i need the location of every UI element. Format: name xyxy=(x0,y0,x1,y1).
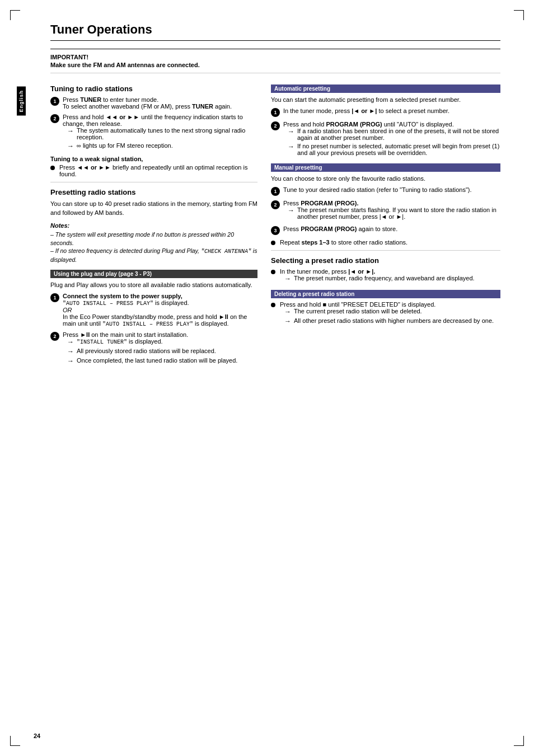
corner-mark-bl xyxy=(10,736,20,746)
notes-section: Notes: – The system will exit presetting… xyxy=(50,222,257,264)
tuning-step-1-content: Press TUNER to enter tuner mode. To sele… xyxy=(63,96,257,110)
auto-presetting-title-text: Automatic presetting xyxy=(274,86,330,92)
plug-play-title-text: Using the plug and play (page 3 - P3) xyxy=(54,271,152,277)
important-title: IMPORTANT! xyxy=(50,54,500,60)
install-tuner-text: "INSTALL TUNER" is displayed. xyxy=(77,338,257,345)
page-title: Tuner Operations xyxy=(50,22,500,41)
prog-bold-manual-3: PROGRAM (PROG) xyxy=(301,226,357,232)
arrow-text-2: ∞ lights up for FM stereo reception. xyxy=(77,142,257,149)
arrow-auto-tune: → The system automatically tunes to the … xyxy=(63,127,257,140)
plug-play-step-1: 1 Connect the system to the power supply… xyxy=(50,293,257,327)
page-number: 24 xyxy=(34,732,40,739)
weak-signal-bullet: Press ◄◄ or ►► briefly and repeatedly un… xyxy=(50,164,257,177)
corner-mark-br xyxy=(514,736,524,746)
selecting-content-1: In the tuner mode, press |◄ or ►|. → The… xyxy=(280,268,500,284)
tuning-step-2-content: Press and hold ◄◄ or ►► until the freque… xyxy=(63,114,257,152)
manual-step-2: 2 Press PROGRAM (PROG). → The preset num… xyxy=(271,200,500,222)
note-2: – If no stereo frequency is detected dur… xyxy=(50,247,257,264)
delete-arrow-text-2: All other preset radio stations with hig… xyxy=(294,317,500,324)
auto-presetting-intro: You can start the automatic presetting f… xyxy=(271,96,500,105)
or-text: OR xyxy=(63,307,72,313)
manual-arrow-sym-1: → xyxy=(288,206,294,214)
manual-step-3: 3 Press PROGRAM (PROG) again to store. xyxy=(271,226,500,235)
selecting-dot-1 xyxy=(271,270,275,274)
tuning-step-2: 2 Press and hold ◄◄ or ►► until the freq… xyxy=(50,114,257,152)
tuner-bold: TUNER xyxy=(80,96,101,103)
manual-arrow-1: → The preset number starts flashing. If … xyxy=(283,206,500,220)
play-bold-2: ►II xyxy=(80,331,90,338)
prog-bold-manual: PROGRAM (PROG). xyxy=(301,200,358,206)
steps-bold: steps 1–3 xyxy=(302,239,330,246)
manual-step-1: 1 Tune to your desired radio station (re… xyxy=(271,186,500,196)
once-completed-text: Once completed, the last tuned radio sta… xyxy=(77,357,257,364)
delete-arrow-1: → The current preset radio station will … xyxy=(280,308,500,316)
skip-bold-weak: ◄◄ or ►► xyxy=(77,164,111,171)
plug-play-step-2: 2 Press ►II on the main unit to start in… xyxy=(50,331,257,367)
presetting-intro: You can store up to 40 preset radio stat… xyxy=(50,200,257,218)
auto-install-text-1: "AUTO INSTALL – PRESS PLAY" xyxy=(63,300,153,307)
language-tab: English xyxy=(17,87,26,116)
auto-step-num-1: 1 xyxy=(271,108,280,117)
weak-signal-section: Tuning to a weak signal station, Press ◄… xyxy=(50,156,257,177)
manual-repeat-bullet: Repeat steps 1–3 to store other radio st… xyxy=(271,239,500,246)
manual-step-2-content: Press PROGRAM (PROG). → The preset numbe… xyxy=(283,200,500,222)
plug-play-intro: Plug and Play allows you to store all av… xyxy=(50,281,257,290)
arrow-sym-completed: → xyxy=(67,357,74,365)
plug-play-step-1-content: Connect the system to the power supply, … xyxy=(63,293,257,327)
auto-arrow-1: → If a radio station has been stored in … xyxy=(283,128,500,141)
deleting-title-text: Deleting a preset radio station xyxy=(274,291,354,297)
deleting-bullet-1: Press and hold ■ until "PRESET DELETED" … xyxy=(271,301,500,327)
auto-arrow-2: → If no preset number is selected, autom… xyxy=(283,143,500,156)
play-bold: ►II xyxy=(219,313,228,320)
skip-bold: ◄◄ or ►► xyxy=(105,114,139,120)
auto-step-num-2: 2 xyxy=(271,121,280,130)
manual-presetting-box-title: Manual presetting xyxy=(271,163,500,172)
manual-step-num-2: 2 xyxy=(271,200,280,209)
presetting-section-title: Presetting radio stations xyxy=(50,188,257,196)
skip-bold-auto1: |◄ or ►| xyxy=(352,107,377,114)
arrow-sym-stations: → xyxy=(67,348,74,355)
right-column: Automatic presetting You can start the a… xyxy=(271,79,500,370)
weak-signal-dot xyxy=(50,166,55,170)
manual-repeat-text: Repeat steps 1–3 to store other radio st… xyxy=(280,239,500,246)
auto-step-1: 1 In the tuner mode, press |◄ or ►| to s… xyxy=(271,107,500,117)
plug-play-step-num-2: 2 xyxy=(50,332,59,341)
prog-bold-auto: PROGRAM (PROG) xyxy=(326,121,382,128)
selecting-section-title: Selecting a preset radio station xyxy=(271,256,500,265)
important-box: IMPORTANT! Make sure the FM and AM anten… xyxy=(50,49,500,73)
stop-bold: ■ xyxy=(322,301,326,308)
auto-arrow-text-1: If a radio station has been stored in on… xyxy=(297,128,500,141)
arrow-text-1: The system automatically tunes to the ne… xyxy=(77,127,257,140)
manual-presetting-intro: You can choose to store only the favouri… xyxy=(271,175,500,184)
arrow-sym-install: → xyxy=(67,338,74,346)
arrow-symbol-1: → xyxy=(67,127,74,135)
delete-arrow-sym-1: → xyxy=(284,308,291,316)
auto-arrow-text-2: If no preset number is selected, automat… xyxy=(297,143,500,156)
plug-play-step-2-content: Press ►II on the main unit to start inst… xyxy=(63,331,257,367)
all-stations-text: All previously stored radio stations wil… xyxy=(77,348,257,354)
step-num-1: 1 xyxy=(50,97,59,106)
manual-step-num-1: 1 xyxy=(271,187,280,196)
tuning-step-1: 1 Press TUNER to enter tuner mode. To se… xyxy=(50,96,257,110)
manual-repeat-dot xyxy=(271,241,275,245)
manual-step-3-content: Press PROGRAM (PROG) again to store. xyxy=(283,226,500,232)
delete-arrow-2: → All other preset radio stations with h… xyxy=(280,317,500,325)
select-arrow-sym-1: → xyxy=(284,275,291,283)
auto-presetting-box-title: Automatic presetting xyxy=(271,84,500,93)
step-num-2: 2 xyxy=(50,114,59,123)
once-completed-arrow: → Once completed, the last tuned radio s… xyxy=(63,357,257,365)
all-stations-arrow: → All previously stored radio stations w… xyxy=(63,348,257,355)
skip-bold-select: |◄ or ►|. xyxy=(348,268,375,275)
tuner-bold-2: TUNER xyxy=(192,103,213,110)
divider-1 xyxy=(50,182,257,182)
auto-arrow-sym-2: → xyxy=(288,143,294,151)
auto-install-text-2: "AUTO INSTALL – PRESS PLAY" xyxy=(102,321,193,327)
delete-arrow-text-1: The current preset radio station will be… xyxy=(294,308,500,314)
weak-signal-text: Press ◄◄ or ►► briefly and repeatedly un… xyxy=(59,164,257,177)
auto-step-2: 2 Press and hold PROGRAM (PROG) until "A… xyxy=(271,121,500,158)
delete-arrow-sym-2: → xyxy=(284,317,291,325)
manual-step-1-content: Tune to your desired radio station (refe… xyxy=(283,186,500,193)
install-tuner-arrow: → "INSTALL TUNER" is displayed. xyxy=(63,338,257,346)
weak-signal-title: Tuning to a weak signal station, xyxy=(50,156,257,162)
note-1: – The system will exit presetting mode i… xyxy=(50,231,257,247)
